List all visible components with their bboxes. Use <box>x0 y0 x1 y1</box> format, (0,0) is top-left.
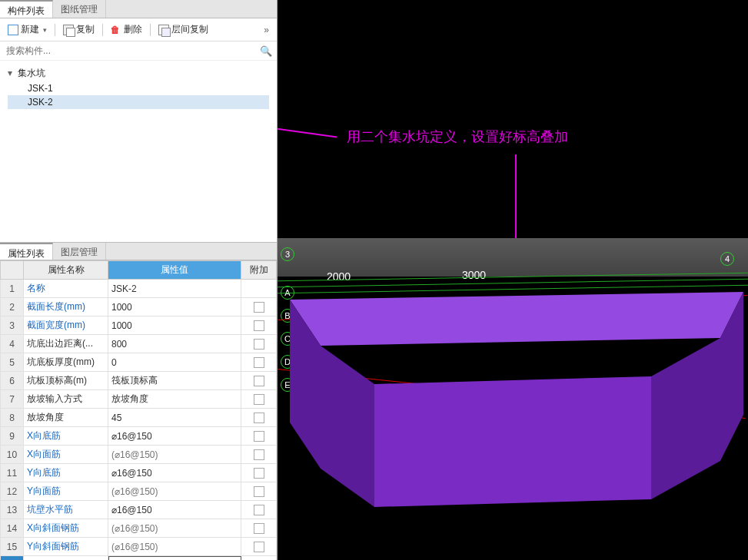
checkbox[interactable] <box>254 486 264 497</box>
tab-properties[interactable]: 属性列表 <box>0 243 53 260</box>
prop-extra[interactable] <box>241 390 277 409</box>
prop-extra[interactable] <box>241 372 277 390</box>
prop-value[interactable]: (⌀16@150) <box>108 482 241 501</box>
prop-extra[interactable] <box>241 427 277 446</box>
search-input[interactable] <box>5 44 260 58</box>
tree-item-jsk2[interactable]: JSK-2 <box>8 95 269 109</box>
row-number[interactable]: 5 <box>1 353 24 372</box>
table-row[interactable]: 5坑底板厚度(mm)0 <box>1 353 277 372</box>
tree-root[interactable]: ▾ 集水坑 <box>8 65 269 81</box>
checkbox[interactable] <box>254 376 264 386</box>
prop-value[interactable]: 1000 <box>108 316 241 335</box>
row-number[interactable]: 13 <box>1 501 24 519</box>
more-menu-icon[interactable]: » <box>261 25 272 35</box>
prop-value[interactable]: (⌀16@150) <box>108 519 241 538</box>
checkbox[interactable] <box>254 523 264 534</box>
table-row[interactable]: 6坑板顶标高(m)筏板顶标高 <box>1 372 277 390</box>
tree-item-jsk1[interactable]: JSK-1 <box>8 81 269 95</box>
row-number[interactable]: 10 <box>1 446 24 464</box>
table-row[interactable]: 9X向底筋⌀16@150 <box>1 427 277 446</box>
row-number[interactable]: 3 <box>1 316 24 335</box>
prop-value[interactable]: 1000 <box>108 298 241 316</box>
table-row[interactable]: 3截面宽度(mm)1000 <box>1 316 277 335</box>
row-number[interactable]: 2 <box>1 298 24 316</box>
tab-layers[interactable]: 图层管理 <box>53 243 106 260</box>
table-row[interactable]: 12Y向面筋(⌀16@150) <box>1 482 277 501</box>
checkbox[interactable] <box>254 339 264 350</box>
table-row[interactable]: 2截面长度(mm)1000 <box>1 298 277 316</box>
prop-value[interactable]: 现浇混凝土 <box>108 556 241 561</box>
header-name[interactable]: 属性名称 <box>24 261 108 280</box>
table-row[interactable]: 7放坡输入方式放坡角度 <box>1 390 277 409</box>
prop-value[interactable]: ⌀16@150 <box>108 464 241 482</box>
prop-extra[interactable] <box>241 335 277 353</box>
checkbox[interactable] <box>254 320 264 331</box>
annotation-text: 用二个集水坑定义，设置好标高叠加 <box>347 128 568 146</box>
level-copy-button[interactable]: 层间复制 <box>155 22 211 38</box>
search-icon[interactable]: 🔍 <box>260 45 272 57</box>
copy-button[interactable]: 复制 <box>60 22 98 38</box>
prop-extra[interactable] <box>241 482 277 501</box>
prop-value[interactable]: 45 <box>108 409 241 427</box>
table-row[interactable]: 15Y向斜面钢筋(⌀16@150) <box>1 538 277 556</box>
table-row[interactable]: 13坑壁水平筋⌀16@150 <box>1 501 277 519</box>
row-number[interactable]: 15 <box>1 538 24 556</box>
separator <box>150 24 151 36</box>
table-row[interactable]: 10X向面筋(⌀16@150) <box>1 446 277 464</box>
prop-extra[interactable] <box>241 519 277 538</box>
prop-extra[interactable] <box>241 464 277 482</box>
table-row[interactable]: 16材质现浇混凝土 <box>1 556 277 561</box>
row-number[interactable]: 11 <box>1 464 24 482</box>
checkbox[interactable] <box>254 302 264 313</box>
prop-value[interactable]: ⌀16@150 <box>108 427 241 446</box>
new-button[interactable]: 新建 ▾ <box>5 22 50 38</box>
prop-value[interactable]: 放坡角度 <box>108 390 241 409</box>
header-extra[interactable]: 附加 <box>241 261 277 280</box>
prop-value[interactable]: ⌀16@150 <box>108 501 241 519</box>
axis-3: 3 <box>281 247 294 261</box>
table-row[interactable]: 8放坡角度45 <box>1 409 277 427</box>
prop-extra[interactable] <box>241 280 277 298</box>
row-number[interactable]: 9 <box>1 427 24 446</box>
tab-drawings[interactable]: 图纸管理 <box>53 0 106 18</box>
checkbox[interactable] <box>254 357 264 368</box>
prop-extra[interactable] <box>241 409 277 427</box>
prop-value[interactable]: 800 <box>108 335 241 353</box>
prop-value[interactable]: JSK-2 <box>108 280 241 298</box>
checkbox[interactable] <box>254 542 264 552</box>
checkbox[interactable] <box>254 505 264 515</box>
prop-extra[interactable] <box>241 316 277 335</box>
row-number[interactable]: 12 <box>1 482 24 501</box>
row-number[interactable]: 8 <box>1 409 24 427</box>
prop-value[interactable]: 筏板顶标高 <box>108 372 241 390</box>
checkbox[interactable] <box>254 394 264 405</box>
checkbox[interactable] <box>254 468 264 479</box>
prop-extra[interactable] <box>241 446 277 464</box>
prop-extra[interactable] <box>241 298 277 316</box>
row-number[interactable]: 4 <box>1 335 24 353</box>
table-row[interactable]: 11Y向底筋⌀16@150 <box>1 464 277 482</box>
prop-extra[interactable] <box>241 501 277 519</box>
expander-icon[interactable]: ▾ <box>8 68 15 78</box>
checkbox[interactable] <box>254 449 264 460</box>
row-number[interactable]: 1 <box>1 280 24 298</box>
prop-extra[interactable] <box>241 556 277 561</box>
header-value[interactable]: 属性值 <box>108 261 241 280</box>
prop-value[interactable]: (⌀16@150) <box>108 446 241 464</box>
row-number[interactable]: 16 <box>1 556 24 561</box>
delete-button[interactable]: 🗑 删除 <box>108 22 145 38</box>
prop-value[interactable]: (⌀16@150) <box>108 538 241 556</box>
prop-value[interactable]: 0 <box>108 353 241 372</box>
prop-extra[interactable] <box>241 353 277 372</box>
table-row[interactable]: 4坑底出边距离(...800 <box>1 335 277 353</box>
row-number[interactable]: 7 <box>1 390 24 409</box>
prop-extra[interactable] <box>241 538 277 556</box>
row-number[interactable]: 6 <box>1 372 24 390</box>
checkbox[interactable] <box>254 413 264 423</box>
tab-components[interactable]: 构件列表 <box>0 0 53 18</box>
model-viewport[interactable]: 用二个集水坑定义，设置好标高叠加 3 4 2000 3000 A B C D E <box>278 0 748 560</box>
checkbox[interactable] <box>254 431 264 442</box>
row-number[interactable]: 14 <box>1 519 24 538</box>
table-row[interactable]: 14X向斜面钢筋(⌀16@150) <box>1 519 277 538</box>
table-row[interactable]: 1名称JSK-2 <box>1 280 277 298</box>
